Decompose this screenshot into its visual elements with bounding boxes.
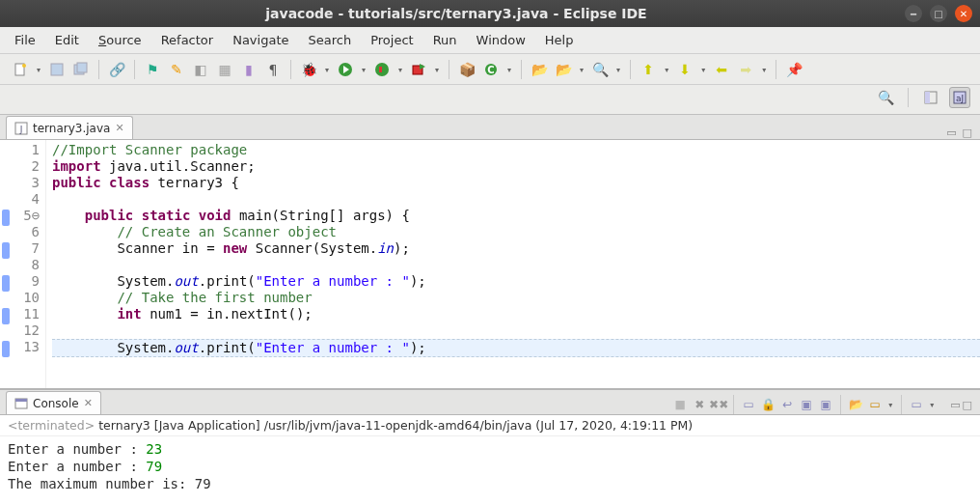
console-icon (14, 397, 28, 410)
dropdown-icon[interactable]: ▾ (432, 66, 442, 74)
editor-tabstrip: J ternary3.java ✕ ▭ □ (0, 115, 980, 140)
close-tab-icon[interactable]: ✕ (84, 397, 93, 409)
debug-last-icon[interactable]: ⚑ (142, 59, 163, 80)
svg-text:J: J (19, 125, 23, 134)
menu-refactor[interactable]: Refactor (152, 30, 223, 50)
dropdown-icon[interactable]: ▾ (395, 66, 405, 74)
breadcrumb-icon[interactable]: ◧ (190, 59, 211, 80)
menu-search[interactable]: Search (299, 30, 360, 50)
dropdown-icon[interactable]: ▾ (662, 66, 671, 74)
code-body[interactable]: //Import Scanner packageimport java.util… (46, 140, 980, 388)
menu-project[interactable]: Project (362, 30, 422, 50)
menu-bar: File Edit Source Refactor Navigate Searc… (0, 27, 980, 54)
scroll-lock-icon[interactable]: 🔒 (759, 396, 776, 413)
line-gutter: 12345⊖678910111213 (14, 140, 46, 388)
minimize-button[interactable]: ━ (905, 5, 922, 22)
highlight-icon[interactable]: ✎ (166, 59, 187, 80)
external-run-icon[interactable] (408, 59, 429, 80)
close-button[interactable]: ✕ (955, 5, 972, 22)
close-tab-icon[interactable]: ✕ (115, 122, 123, 134)
mark-icon[interactable]: ▮ (238, 59, 259, 80)
new-package-icon[interactable]: 📦 (456, 59, 477, 80)
terminate-icon[interactable]: ■ (671, 396, 689, 413)
dropdown-icon[interactable]: ▾ (34, 66, 43, 74)
separator (840, 395, 841, 414)
code-editor[interactable]: 12345⊖678910111213 //Import Scanner pack… (0, 140, 980, 388)
prev-annotation-icon[interactable]: ⬆ (638, 59, 659, 80)
dropdown-icon[interactable]: ▾ (613, 66, 623, 74)
separator (290, 60, 291, 79)
marker-column (0, 140, 14, 388)
dropdown-icon[interactable]: ▾ (504, 66, 514, 74)
separator (630, 60, 631, 79)
svg-text:C: C (487, 65, 494, 75)
link-icon[interactable]: 🔗 (106, 59, 127, 80)
save-all-icon[interactable] (70, 59, 92, 80)
dropdown-icon[interactable]: ▾ (759, 66, 769, 74)
dropdown-icon[interactable]: ▾ (698, 66, 708, 74)
console-area: Console ✕ ■ ✖ ✖✖ ▭ 🔒 ↩ ▣ ▣ 📂 ▭▾ ▭▾ ▭ □ <… (0, 388, 980, 504)
separator (901, 395, 902, 414)
coverage-icon[interactable] (371, 59, 393, 80)
separator (449, 60, 449, 79)
clear-console-icon[interactable]: ▭ (740, 396, 757, 413)
dropdown-icon[interactable]: ▾ (927, 401, 937, 409)
remove-all-icon[interactable]: ✖✖ (710, 396, 727, 413)
separator (98, 60, 99, 79)
next-annotation-icon[interactable]: ⬇ (674, 59, 695, 80)
open-console-icon[interactable]: ▭ (866, 396, 884, 413)
maximize-view-icon[interactable]: □ (963, 399, 972, 411)
menu-window[interactable]: Window (468, 30, 534, 50)
save-icon[interactable] (46, 59, 68, 80)
console-tab[interactable]: Console ✕ (6, 391, 101, 414)
new-console-icon[interactable]: ▭ (908, 396, 925, 413)
maximize-view-icon[interactable]: □ (963, 126, 972, 139)
toolbar-row2: 🔍 aJ (0, 85, 980, 115)
java-perspective-icon[interactable]: aJ (949, 87, 970, 108)
menu-edit[interactable]: Edit (46, 30, 88, 50)
open-task-icon[interactable]: 📂 (553, 59, 574, 80)
minimize-view-icon[interactable]: ▭ (946, 126, 956, 139)
open-type-icon[interactable]: 📂 (529, 59, 550, 80)
open-perspective-icon[interactable] (920, 87, 941, 108)
run-icon[interactable] (335, 59, 356, 80)
menu-run[interactable]: Run (424, 30, 466, 50)
pin-icon[interactable]: 📌 (783, 59, 804, 80)
new-class-icon[interactable]: C (480, 59, 502, 80)
block-icon[interactable]: ▦ (214, 59, 235, 80)
quick-search-icon[interactable]: 🔍 (875, 87, 896, 108)
console-output[interactable]: Enter a number : 23 Enter a number : 79 … (0, 436, 980, 504)
show-console-icon[interactable]: ▣ (798, 396, 815, 413)
dropdown-icon[interactable]: ▾ (577, 66, 586, 74)
svg-text:aJ: aJ (956, 94, 964, 103)
display-console-icon[interactable]: 📂 (847, 396, 864, 413)
minimize-view-icon[interactable]: ▭ (950, 399, 960, 411)
menu-help[interactable]: Help (536, 30, 583, 50)
menu-file[interactable]: File (6, 30, 44, 50)
console-tab-label: Console (33, 397, 79, 410)
editor-tab-ternary3[interactable]: J ternary3.java ✕ (6, 116, 133, 139)
pin-console-icon[interactable]: ▣ (817, 396, 834, 413)
search-icon[interactable]: 🔍 (589, 59, 611, 80)
menu-source[interactable]: Source (90, 30, 150, 50)
new-icon[interactable] (10, 59, 31, 80)
dropdown-icon[interactable]: ▾ (322, 66, 332, 74)
separator (521, 60, 522, 79)
forward-icon[interactable]: ➡ (735, 59, 756, 80)
maximize-button[interactable]: □ (930, 5, 947, 22)
remove-launch-icon[interactable]: ✖ (691, 396, 708, 413)
debug-icon[interactable]: 🐞 (298, 59, 319, 80)
menu-navigate[interactable]: Navigate (224, 30, 297, 50)
back-icon[interactable]: ⬅ (711, 59, 732, 80)
separator (733, 395, 734, 414)
console-toolbar: ■ ✖ ✖✖ ▭ 🔒 ↩ ▣ ▣ 📂 ▭▾ ▭▾ ▭ □ (671, 395, 980, 414)
console-tabstrip: Console ✕ ■ ✖ ✖✖ ▭ 🔒 ↩ ▣ ▣ 📂 ▭▾ ▭▾ ▭ □ (0, 390, 980, 415)
whitespace-icon[interactable]: ¶ (262, 59, 284, 80)
dropdown-icon[interactable]: ▾ (885, 401, 895, 409)
editor-area: J ternary3.java ✕ ▭ □ 12345⊖678910111213… (0, 115, 980, 388)
svg-rect-20 (15, 399, 27, 402)
editor-tab-label: ternary3.java (33, 122, 110, 135)
console-status-text: ternary3 [Java Application] /usr/lib/jvm… (95, 418, 693, 433)
dropdown-icon[interactable]: ▾ (359, 66, 368, 74)
word-wrap-icon[interactable]: ↩ (778, 396, 796, 413)
